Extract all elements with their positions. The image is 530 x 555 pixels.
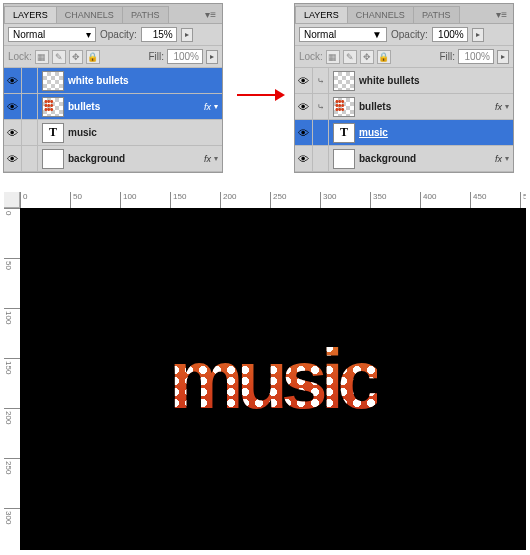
layers-list: 👁⤷white bullets👁⤷•••••••••bulletsfx▾👁Tmu…	[295, 68, 513, 172]
lock-paint-icon[interactable]: ✎	[52, 50, 66, 64]
fill-slider-icon[interactable]: ▸	[206, 50, 218, 64]
ruler-tick: 50	[4, 258, 20, 270]
layer-thumbnail[interactable]: T	[333, 123, 355, 143]
layer-name[interactable]: white bullets	[359, 75, 513, 86]
layer-thumbnail[interactable]	[333, 149, 355, 169]
tab-paths[interactable]: PATHS	[122, 6, 169, 23]
opacity-input[interactable]: 15%	[141, 27, 177, 42]
tab-channels[interactable]: CHANNELS	[56, 6, 123, 23]
link-column[interactable]: ⤷	[313, 94, 329, 120]
ruler-tick: 450	[470, 192, 486, 208]
visibility-eye-icon[interactable]: 👁	[295, 120, 313, 146]
layer-row[interactable]: 👁Tmusic	[4, 120, 222, 146]
lock-paint-icon[interactable]: ✎	[343, 50, 357, 64]
tab-paths[interactable]: PATHS	[413, 6, 460, 23]
panel-tabs: LAYERS CHANNELS PATHS ▾≡	[295, 4, 513, 24]
fx-badge[interactable]: fx	[495, 102, 505, 112]
lock-all-icon[interactable]: 🔒	[86, 50, 100, 64]
fx-expand-icon[interactable]: ▾	[505, 154, 513, 163]
fill-input[interactable]: 100%	[458, 49, 494, 64]
ruler-tick: 50	[70, 192, 82, 208]
layer-row[interactable]: 👁Tmusic	[295, 120, 513, 146]
blend-mode-dropdown[interactable]: Normal▼	[299, 27, 387, 42]
fill-input[interactable]: 100%	[167, 49, 203, 64]
fill-slider-icon[interactable]: ▸	[497, 50, 509, 64]
layer-row[interactable]: 👁backgroundfx▾	[295, 146, 513, 172]
layer-row[interactable]: 👁•••••••••bulletsfx▾	[4, 94, 222, 120]
opacity-label: Opacity:	[391, 29, 428, 40]
link-column[interactable]	[22, 146, 38, 172]
opacity-slider-icon[interactable]: ▸	[472, 28, 484, 42]
layer-thumbnail[interactable]	[42, 149, 64, 169]
lock-move-icon[interactable]: ✥	[360, 50, 374, 64]
layer-name[interactable]: background	[68, 153, 204, 164]
layer-name[interactable]: music	[359, 127, 513, 138]
ruler-tick: 150	[170, 192, 186, 208]
opacity-label: Opacity:	[100, 29, 137, 40]
fx-badge[interactable]: fx	[495, 154, 505, 164]
layer-name[interactable]: music	[68, 127, 222, 138]
visibility-eye-icon[interactable]: 👁	[295, 68, 313, 94]
ruler-tick: 250	[4, 458, 20, 474]
layer-thumbnail[interactable]: T	[42, 123, 64, 143]
visibility-eye-icon[interactable]: 👁	[4, 94, 22, 120]
link-column[interactable]: ⤷	[313, 68, 329, 94]
visibility-eye-icon[interactable]: 👁	[4, 120, 22, 146]
fx-expand-icon[interactable]: ▾	[214, 102, 222, 111]
opacity-input[interactable]: 100%	[432, 27, 468, 42]
tab-layers[interactable]: LAYERS	[295, 6, 348, 23]
link-column[interactable]	[22, 120, 38, 146]
fx-expand-icon[interactable]: ▾	[505, 102, 513, 111]
ruler-vertical[interactable]: 050100150200250300	[4, 208, 20, 550]
link-column[interactable]	[22, 68, 38, 94]
layers-panel-left: LAYERS CHANNELS PATHS ▾≡ Normal▾ Opacity…	[3, 3, 223, 173]
tab-channels[interactable]: CHANNELS	[347, 6, 414, 23]
visibility-eye-icon[interactable]: 👁	[295, 146, 313, 172]
layer-row[interactable]: 👁⤷white bullets	[295, 68, 513, 94]
link-column[interactable]	[22, 94, 38, 120]
fx-badge[interactable]: fx	[204, 154, 214, 164]
tab-layers[interactable]: LAYERS	[4, 6, 57, 23]
ruler-tick: 100	[4, 308, 20, 324]
visibility-eye-icon[interactable]: 👁	[4, 68, 22, 94]
layer-thumbnail[interactable]: •••••••••	[42, 97, 64, 117]
layer-thumbnail[interactable]	[333, 71, 355, 91]
canvas-viewport[interactable]: music	[20, 208, 526, 550]
blend-opacity-row: Normal▾ Opacity: 15% ▸	[4, 24, 222, 46]
layer-name[interactable]: bullets	[68, 101, 204, 112]
svg-marker-1	[275, 89, 285, 101]
layer-name[interactable]: background	[359, 153, 495, 164]
fx-expand-icon[interactable]: ▾	[214, 154, 222, 163]
visibility-eye-icon[interactable]: 👁	[295, 94, 313, 120]
opacity-slider-icon[interactable]: ▸	[181, 28, 193, 42]
layer-thumbnail[interactable]	[42, 71, 64, 91]
fill-label: Fill:	[439, 51, 455, 62]
layers-panel-right: LAYERS CHANNELS PATHS ▾≡ Normal▼ Opacity…	[294, 3, 514, 173]
panel-menu-icon[interactable]: ▾≡	[490, 6, 513, 23]
lock-label: Lock:	[299, 51, 323, 62]
panel-menu-icon[interactable]: ▾≡	[199, 6, 222, 23]
lock-transparent-icon[interactable]: ▦	[326, 50, 340, 64]
layer-row[interactable]: 👁white bullets	[4, 68, 222, 94]
layer-name[interactable]: white bullets	[68, 75, 222, 86]
layer-thumbnail[interactable]: •••••••••	[333, 97, 355, 117]
ruler-tick: 200	[4, 408, 20, 424]
layer-name[interactable]: bullets	[359, 101, 495, 112]
link-column[interactable]	[313, 120, 329, 146]
arrow-icon	[235, 80, 285, 111]
ruler-tick: 250	[270, 192, 286, 208]
lock-all-icon[interactable]: 🔒	[377, 50, 391, 64]
ruler-tick: 0	[4, 208, 20, 215]
fx-badge[interactable]: fx	[204, 102, 214, 112]
layer-row[interactable]: 👁⤷•••••••••bulletsfx▾	[295, 94, 513, 120]
blend-mode-value: Normal	[13, 29, 45, 40]
ruler-tick: 200	[220, 192, 236, 208]
layer-row[interactable]: 👁backgroundfx▾	[4, 146, 222, 172]
lock-transparent-icon[interactable]: ▦	[35, 50, 49, 64]
lock-move-icon[interactable]: ✥	[69, 50, 83, 64]
lock-label: Lock:	[8, 51, 32, 62]
ruler-horizontal[interactable]: 050100150200250300350400450500	[20, 192, 526, 208]
blend-mode-dropdown[interactable]: Normal▾	[8, 27, 96, 42]
visibility-eye-icon[interactable]: 👁	[4, 146, 22, 172]
link-column[interactable]	[313, 146, 329, 172]
